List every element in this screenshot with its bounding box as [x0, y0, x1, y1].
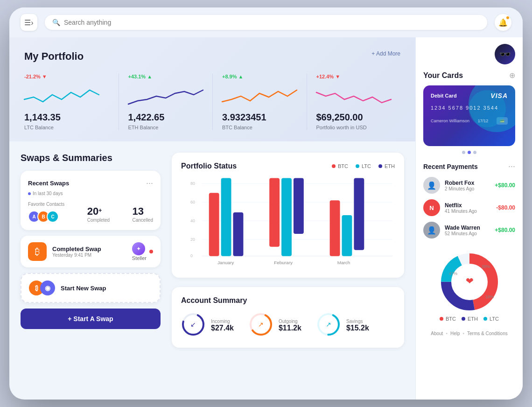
swap-status-dot — [149, 250, 153, 253]
donut-section: ❤ 47% 28% 18% BTC ETH — [416, 252, 523, 347]
card-expiry: 17/12 — [478, 119, 489, 123]
user-avatar[interactable]: 🕶️ — [495, 44, 515, 64]
eth-card: +43.1% ▲ 1,422.65 ETH Balance — [119, 74, 213, 130]
notification-dot — [506, 16, 510, 20]
swap-partner: ✦ Steller — [132, 242, 153, 261]
portfolio-title: My Portfolio — [24, 50, 84, 63]
menu-button[interactable]: ☰› — [21, 14, 37, 31]
partner-icon: ✦ — [132, 242, 145, 255]
payment-item-wade: 👤 Wade Warren 52 Minutes Ago +$80.00 — [423, 222, 515, 239]
svg-text:0: 0 — [190, 253, 193, 258]
incoming-info: Incoming $27.4k — [211, 319, 234, 332]
payment-item-netflix: N Netflix 41 Minutes Ago -$80.00 — [423, 199, 515, 216]
summary-items: ↙ Incoming $27.4k — [181, 312, 395, 338]
ltc-balance: 1,143.35 — [24, 112, 109, 123]
svg-rect-16 — [330, 200, 340, 256]
svg-rect-13 — [269, 178, 280, 246]
footer-about[interactable]: About — [431, 331, 443, 336]
contacts-section: Favorite Contacts A B C — [28, 202, 64, 223]
footer-help[interactable]: Help — [450, 331, 460, 336]
svg-rect-15 — [294, 178, 304, 233]
card-number: 1234 5678 9012 3544 — [431, 105, 508, 111]
recent-swaps-label: Recent Swaps — [28, 180, 69, 187]
btc-swap-icon: ₿ — [28, 242, 47, 261]
eth-chart — [128, 83, 203, 106]
btc-chart — [222, 83, 297, 106]
savings-info: Savings $15.2k — [346, 319, 369, 332]
svg-text:↗: ↗ — [258, 321, 264, 328]
outgoing-item: ↗ Outgoing $11.2k — [249, 312, 301, 338]
payment-item-robert: 👤 Robert Fox 2 Minutes Ago +$80.00 — [423, 177, 515, 194]
legend-eth: ETH — [378, 163, 395, 169]
btc-change: +8.9% ▲ — [222, 74, 297, 79]
swaps-title: Swaps & Summaries — [21, 153, 161, 163]
outgoing-circle: ↗ — [249, 312, 273, 338]
usd-label: Portfolio worth in USD — [316, 125, 392, 130]
payment-time-robert: 2 Minutes Ago — [445, 186, 490, 191]
payment-info-wade: Wade Warren 52 Minutes Ago — [445, 225, 490, 236]
btc-label: BTC Balance — [222, 125, 297, 130]
footer-terms[interactable]: Terms & Conditions — [467, 331, 508, 336]
chart-title: Portfolio Status — [181, 162, 237, 170]
portfolio-section: My Portfolio + Add More -21.2% ▼ — [9, 37, 415, 141]
settings-icon[interactable]: ⊕ — [509, 71, 515, 80]
partner-name: Steller — [132, 255, 147, 261]
svg-text:80: 80 — [190, 181, 195, 186]
search-icon: 🔍 — [52, 19, 60, 26]
donut-chart: ❤ 47% 28% 18% — [439, 252, 500, 312]
add-more-button[interactable]: + Add More — [371, 50, 400, 57]
outgoing-info: Outgoing $11.2k — [279, 319, 301, 332]
start-swap-button[interactable]: + Start A Swap — [21, 309, 161, 329]
eth-balance: 1,422.65 — [128, 112, 203, 123]
sidebar-top: 🕶️ — [416, 37, 523, 71]
donut-legend-ltc: LTC — [483, 316, 499, 322]
svg-text:47%: 47% — [448, 271, 457, 276]
card-visa: VISA — [490, 92, 508, 99]
cards-section: Your Cards ⊕ Debit Card VISA 1234 5678 9… — [416, 71, 523, 161]
pair-icon-alt: ◉ — [40, 281, 55, 295]
donut-dot-eth — [462, 317, 465, 321]
search-input[interactable] — [64, 19, 480, 26]
eth-change: +43.1% ▲ — [128, 74, 203, 79]
legend-btc: BTC — [332, 163, 348, 169]
swap-time: Yesterday 9:41 PM — [52, 253, 126, 258]
notification-button[interactable]: 🔔 — [495, 14, 511, 31]
outgoing-value: $11.2k — [279, 324, 301, 332]
recent-swaps-more[interactable]: ··· — [146, 178, 153, 188]
contacts-label: Favorite Contacts — [28, 202, 64, 207]
card-dot-1[interactable] — [462, 151, 465, 154]
bar-chart: 80 60 40 20 0 — [181, 178, 395, 267]
swap-info: Completed Swap Yesterday 9:41 PM — [52, 246, 126, 258]
incoming-circle: ↙ — [181, 312, 205, 338]
outgoing-type: Outgoing — [279, 319, 301, 324]
start-new-swap-card[interactable]: ₿ ◉ Start New Swap — [21, 273, 161, 303]
card-dot-3[interactable] — [473, 151, 476, 154]
donut-legend: BTC ETH LTC — [423, 316, 515, 322]
payment-info-robert: Robert Fox 2 Minutes Ago — [445, 180, 490, 191]
legend-dot-btc — [332, 164, 336, 168]
svg-text:28%: 28% — [481, 264, 490, 269]
completed-swap-card: ₿ Completed Swap Yesterday 9:41 PM ✦ Ste… — [21, 236, 161, 267]
svg-text:20: 20 — [190, 237, 195, 242]
savings-circle: ↗ — [316, 312, 341, 338]
payment-name-wade: Wade Warren — [445, 225, 490, 231]
search-bar: 🔍 — [45, 15, 487, 30]
usd-card: +12.4% ▼ $69,250.00 Portfolio worth in U… — [307, 74, 401, 130]
right-sidebar: 🕶️ Your Cards ⊕ Debit Card VISA 1234 567… — [415, 37, 523, 400]
payments-title: Recent Payments — [423, 163, 478, 170]
card-dot-2[interactable] — [468, 151, 471, 154]
legend-ltc: LTC — [356, 163, 371, 169]
svg-rect-10 — [209, 193, 219, 256]
payment-avatar-netflix: N — [423, 199, 440, 216]
recent-swaps-card: Recent Swaps ··· In last 30 days Favorit… — [21, 171, 161, 230]
payments-more[interactable]: ··· — [508, 161, 515, 171]
legend-dot-eth — [378, 164, 382, 168]
start-new-label: Start New Swap — [61, 285, 106, 292]
card-holder: Cameron Williamson — [431, 119, 469, 123]
svg-text:March: March — [337, 260, 350, 265]
ltc-chart — [24, 83, 109, 106]
payment-amount-netflix: -$80.00 — [496, 204, 515, 211]
portfolio-status-card: Portfolio Status BTC LTC — [172, 153, 404, 278]
donut-dot-btc — [440, 317, 443, 321]
svg-text:❤: ❤ — [465, 276, 473, 286]
